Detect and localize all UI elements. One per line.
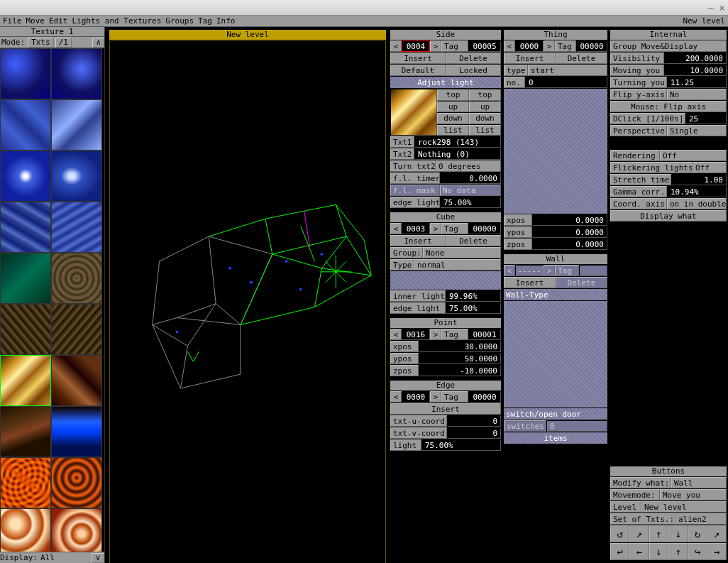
arrow-up2-icon[interactable]: ↑ bbox=[668, 543, 688, 560]
texture-swatch[interactable] bbox=[0, 457, 51, 508]
menu-file[interactable]: File bbox=[3, 16, 22, 26]
cube-delete-button[interactable]: Delete bbox=[446, 235, 501, 246]
display-down-icon[interactable]: ∨ bbox=[92, 553, 104, 563]
texture-swatch[interactable] bbox=[51, 202, 102, 253]
gamma-value[interactable]: 10.94% bbox=[667, 186, 727, 197]
arrow-redo-icon[interactable]: ↪ bbox=[688, 543, 707, 560]
flip-value[interactable]: No bbox=[667, 89, 727, 100]
up2-button[interactable]: up bbox=[469, 102, 501, 113]
side-insert-button[interactable]: Insert bbox=[390, 53, 446, 64]
texture-swatch[interactable] bbox=[51, 508, 102, 552]
turn-txt2-value[interactable]: 0 degrees bbox=[436, 160, 501, 172]
texture-swatch[interactable] bbox=[0, 406, 51, 457]
side-texture-preview[interactable] bbox=[390, 89, 437, 136]
level-value[interactable]: New level bbox=[641, 501, 727, 513]
modify-value[interactable]: Wall bbox=[671, 477, 727, 488]
side-prev-icon[interactable]: < bbox=[390, 40, 402, 52]
thing-ypos[interactable]: 0.0000 bbox=[532, 226, 607, 238]
visibility-value[interactable]: 200.0000 bbox=[664, 53, 727, 64]
side-id[interactable]: 0004 bbox=[402, 40, 430, 52]
group-move-display[interactable]: Group Move&Display bbox=[610, 40, 727, 52]
top1-button[interactable]: top bbox=[437, 89, 469, 101]
menu-info[interactable]: Info bbox=[216, 16, 236, 26]
menu-edit[interactable]: Edit bbox=[49, 16, 68, 26]
texture-swatch[interactable] bbox=[0, 253, 51, 304]
thing-delete-button[interactable]: Delete bbox=[556, 53, 607, 64]
turning-value[interactable]: 11.25 bbox=[667, 77, 727, 88]
thing-zpos[interactable]: 0.0000 bbox=[532, 239, 607, 250]
point-next-icon[interactable]: > bbox=[430, 329, 441, 340]
mode-extra[interactable]: /1 bbox=[55, 38, 72, 48]
close-icon[interactable]: × bbox=[719, 2, 725, 13]
cube-edge-value[interactable]: 75.00% bbox=[446, 302, 501, 314]
fl-timer-value[interactable]: 0.0000 bbox=[440, 173, 501, 184]
cube-next-icon[interactable]: > bbox=[430, 223, 441, 234]
thing-id[interactable]: 0000 bbox=[515, 40, 544, 52]
arrow-up-icon[interactable]: ↑ bbox=[649, 525, 668, 542]
thing-next-icon[interactable]: > bbox=[544, 40, 555, 52]
point-id[interactable]: 0016 bbox=[402, 329, 430, 340]
wall-insert-button[interactable]: Insert bbox=[504, 277, 556, 288]
dclick-value[interactable]: 25 bbox=[685, 113, 727, 124]
arrow-left-icon[interactable]: ↩ bbox=[610, 543, 629, 560]
txtset-value[interactable]: alien2 bbox=[675, 513, 727, 525]
thing-insert-button[interactable]: Insert bbox=[504, 53, 556, 64]
menu-groups[interactable]: Groups bbox=[165, 16, 194, 26]
cube-insert-button[interactable]: Insert bbox=[390, 235, 446, 246]
side-default-button[interactable]: Default bbox=[390, 65, 446, 76]
point-prev-icon[interactable]: < bbox=[390, 329, 402, 340]
menu-move[interactable]: Move bbox=[26, 16, 45, 26]
thing-tag[interactable]: 00000 bbox=[576, 40, 607, 52]
thing-type[interactable]: start bbox=[528, 65, 607, 76]
display-what-button[interactable]: Display what bbox=[610, 210, 727, 222]
list1-button[interactable]: list bbox=[437, 125, 469, 136]
arrow-back-icon[interactable]: ← bbox=[629, 543, 649, 560]
moving-value[interactable]: 10.0000 bbox=[664, 65, 727, 76]
stretch-value[interactable]: 1.00 bbox=[671, 174, 727, 185]
cube-group-value[interactable]: None bbox=[423, 247, 501, 258]
list2-button[interactable]: list bbox=[469, 125, 501, 136]
thing-no[interactable]: 0 bbox=[525, 77, 607, 88]
edge-next-icon[interactable]: > bbox=[430, 391, 441, 403]
edge-id[interactable]: 0000 bbox=[402, 391, 430, 403]
texture-swatch[interactable] bbox=[51, 406, 102, 457]
texture-swatch[interactable] bbox=[0, 99, 51, 151]
display-value[interactable]: All bbox=[40, 553, 55, 562]
mode-up-icon[interactable]: ∧ bbox=[92, 38, 104, 48]
arrow-upright-icon[interactable]: ↗ bbox=[707, 525, 727, 542]
texture-swatch[interactable] bbox=[51, 151, 102, 202]
menu-tag[interactable]: Tag bbox=[198, 16, 212, 26]
texture-swatch[interactable] bbox=[0, 304, 51, 355]
texture-swatch[interactable] bbox=[51, 253, 102, 304]
cube-id[interactable]: 0003 bbox=[402, 223, 430, 234]
flicker-value[interactable]: Off bbox=[693, 162, 727, 173]
txt2-value[interactable]: Nothing (0) bbox=[414, 148, 501, 160]
side-locked-button[interactable]: Locked bbox=[446, 65, 501, 76]
arrow-right-icon[interactable]: → bbox=[707, 543, 727, 560]
perspective-value[interactable]: Single bbox=[667, 125, 727, 136]
down1-button[interactable]: down bbox=[437, 113, 469, 124]
thing-xpos[interactable]: 0.0000 bbox=[532, 214, 607, 226]
edge-tag[interactable]: 00000 bbox=[468, 391, 501, 403]
edge-light-value[interactable]: 75.00% bbox=[421, 439, 501, 451]
mouse-flip-button[interactable]: Mouse: Flip axis bbox=[610, 101, 727, 112]
menu-lights-textures[interactable]: Lights and Textures bbox=[72, 16, 162, 26]
side-delete-button[interactable]: Delete bbox=[446, 53, 501, 64]
up1-button[interactable]: up bbox=[437, 102, 469, 113]
cube-prev-icon[interactable]: < bbox=[390, 223, 402, 234]
arrow-upleft-icon[interactable]: ↗ bbox=[629, 525, 649, 542]
edge-prev-icon[interactable]: < bbox=[390, 391, 402, 403]
edge-insert-button[interactable]: Insert bbox=[390, 403, 501, 415]
texture-swatch[interactable] bbox=[51, 457, 102, 508]
side-next-icon[interactable]: > bbox=[430, 40, 441, 52]
edge-u-value[interactable]: 0 bbox=[447, 415, 501, 427]
texture-swatch[interactable] bbox=[51, 48, 102, 99]
arrow-down2-icon[interactable]: ↓ bbox=[649, 543, 668, 560]
side-adjust-light[interactable]: Adjust light bbox=[390, 77, 501, 88]
point-xpos[interactable]: 30.0000 bbox=[419, 341, 501, 352]
texture-swatch[interactable] bbox=[0, 151, 51, 202]
rotate-cw-icon[interactable]: ↻ bbox=[688, 525, 707, 542]
rendering-value[interactable]: Off bbox=[660, 150, 727, 161]
point-zpos[interactable]: -10.0000 bbox=[419, 365, 501, 376]
texture-swatch[interactable] bbox=[0, 508, 51, 552]
